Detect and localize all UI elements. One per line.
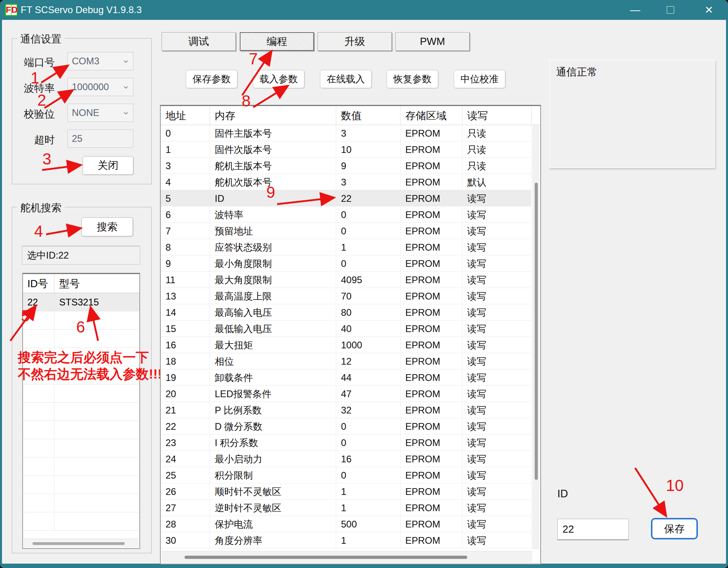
memory-table-header: 地址内存数值存储区域读写 xyxy=(161,106,540,125)
table-row[interactable]: 16最大扭矩1000EPROM读写 xyxy=(161,337,532,353)
servo-list-header-model: 型号 xyxy=(54,274,80,293)
memory-table-vscrollbar[interactable] xyxy=(533,125,539,549)
table-cell: 70 xyxy=(336,288,401,304)
port-label: 端口号 xyxy=(15,56,55,70)
tab-2[interactable]: 编程 xyxy=(240,32,314,51)
table-cell: 读写 xyxy=(462,337,532,353)
param-button-4[interactable]: 恢复参数 xyxy=(387,70,438,88)
table-cell: 1 xyxy=(161,141,210,157)
annotation-number-7: 7 xyxy=(249,50,258,68)
param-button-1[interactable]: 保存参数 xyxy=(186,70,237,88)
scrollbar-thumb[interactable] xyxy=(535,183,538,480)
table-cell: 0 xyxy=(336,223,401,239)
table-cell: 3 xyxy=(336,125,401,141)
table-cell: 47 xyxy=(336,386,401,402)
table-cell: 14 xyxy=(161,304,210,320)
baudrate-select[interactable]: 1000000 ⌄ xyxy=(67,78,133,96)
table-row[interactable]: 18相位12EPROM读写 xyxy=(161,353,532,369)
table-row[interactable]: 8应答状态级别1EPROM读写 xyxy=(161,239,532,255)
table-row[interactable]: 15最低输入电压40EPROM读写 xyxy=(161,321,532,337)
table-cell: 3 xyxy=(161,158,210,174)
table-cell: EPROM xyxy=(401,483,462,499)
minimize-button[interactable]: — xyxy=(622,0,648,20)
table-row[interactable]: 22D 微分系数0EPROM读写 xyxy=(161,418,532,435)
table-row[interactable]: 20LED报警条件47EPROM读写 xyxy=(161,386,532,402)
parity-select[interactable]: NONE ⌄ xyxy=(67,104,133,122)
table-cell: P 比例系数 xyxy=(210,402,336,418)
scrollbar-thumb[interactable] xyxy=(33,542,125,545)
table-cell: EPROM xyxy=(401,239,462,255)
table-row[interactable]: 19卸载条件44EPROM读写 xyxy=(161,369,532,386)
close-port-button[interactable]: 关闭 xyxy=(83,156,133,175)
table-cell: 最高温度上限 xyxy=(210,288,336,304)
minimize-icon: — xyxy=(630,4,640,16)
table-row[interactable]: 11最大角度限制4095EPROM读写 xyxy=(161,272,532,288)
table-cell: 3 xyxy=(336,174,401,190)
table-row[interactable]: 4舵机次版本号3EPROM默认 xyxy=(161,174,532,190)
table-cell: 读写 xyxy=(462,255,532,271)
table-row[interactable]: 6波特率0EPROM读写 xyxy=(161,207,532,223)
table-cell: EPROM xyxy=(401,125,462,141)
servo-list-empty-row xyxy=(23,439,139,458)
close-button[interactable]: ✕ xyxy=(696,0,722,20)
table-cell: 读写 xyxy=(462,402,532,418)
table-cell: 读写 xyxy=(462,483,532,499)
table-row[interactable]: 24最小启动力16EPROM读写 xyxy=(161,451,532,467)
table-row[interactable]: 13最高温度上限70EPROM读写 xyxy=(161,288,532,304)
param-button-5[interactable]: 中位校准 xyxy=(454,70,505,88)
search-button[interactable]: 搜索 xyxy=(81,217,133,236)
table-cell: 0 xyxy=(336,467,401,483)
table-row[interactable]: 7预留地址0EPROM读写 xyxy=(161,223,532,239)
table-cell: 0 xyxy=(336,435,401,450)
port-select[interactable]: COM3 ⌄ xyxy=(67,52,133,70)
table-cell: 10 xyxy=(336,141,401,157)
chevron-down-icon: ⌄ xyxy=(122,80,130,91)
servo-list-row[interactable]: 22 STS3215 xyxy=(23,293,139,311)
app-icon-letter-d: D xyxy=(12,5,17,15)
param-button-2[interactable]: 载入参数 xyxy=(253,70,304,88)
param-button-3[interactable]: 在线载入 xyxy=(320,70,372,88)
table-cell: 固件次版本号 xyxy=(210,141,336,157)
table-row[interactable]: 25积分限制0EPROM读写 xyxy=(161,467,532,483)
table-cell: 角度分辨率 xyxy=(210,532,336,548)
table-row[interactable]: 26顺时针不灵敏区1EPROM读写 xyxy=(161,483,532,500)
table-row[interactable]: 9最小角度限制0EPROM读写 xyxy=(161,255,532,272)
table-row[interactable]: 21P 比例系数32EPROM读写 xyxy=(161,402,532,418)
servo-list-empty-row xyxy=(23,311,139,330)
table-row[interactable]: 23I 积分系数0EPROM读写 xyxy=(161,435,532,451)
scrollbar-thumb[interactable] xyxy=(185,556,467,559)
table-cell: EPROM xyxy=(401,190,462,206)
table-row[interactable]: 3舵机主版本号9EPROM只读 xyxy=(161,158,532,174)
table-cell: 32 xyxy=(336,402,401,418)
servo-list-hscrollbar[interactable] xyxy=(24,539,139,547)
table-cell: 舵机次版本号 xyxy=(210,174,336,190)
table-row[interactable]: 27逆时针不灵敏区1EPROM读写 xyxy=(161,500,532,516)
tab-1[interactable]: 调试 xyxy=(162,32,236,51)
table-cell: 1 xyxy=(336,532,401,548)
table-cell: 读写 xyxy=(462,516,532,532)
table-cell: 6 xyxy=(161,207,210,222)
table-row[interactable]: 14最高输入电压80EPROM读写 xyxy=(161,304,532,321)
table-row[interactable]: 28保护电流500EPROM读写 xyxy=(161,516,532,532)
tab-4[interactable]: PWM xyxy=(395,32,470,51)
table-row[interactable]: 5ID22EPROM读写 xyxy=(161,190,532,207)
table-row[interactable]: 1固件次版本号10EPROM只读 xyxy=(161,141,532,158)
memory-table-header-cell: 读写 xyxy=(462,106,532,125)
table-cell: 读写 xyxy=(462,321,532,336)
memory-table-hscrollbar[interactable] xyxy=(162,551,532,563)
table-cell: 积分限制 xyxy=(210,467,336,483)
table-cell: 读写 xyxy=(462,239,532,255)
timeout-input[interactable]: 25 xyxy=(67,129,133,148)
maximize-button[interactable] xyxy=(658,0,683,20)
table-row[interactable]: 30角度分辨率1EPROM读写 xyxy=(161,532,532,549)
table-cell: 5 xyxy=(161,190,210,206)
save-button[interactable]: 保存 xyxy=(651,518,698,539)
table-cell: 80 xyxy=(336,304,401,320)
table-row[interactable]: 0固件主版本号3EPROM只读 xyxy=(161,125,532,141)
table-cell: 只读 xyxy=(462,158,532,174)
annotation-arrow-10 xyxy=(635,468,665,515)
table-cell: 15 xyxy=(161,321,210,336)
table-cell: 相位 xyxy=(210,353,336,369)
tab-3[interactable]: 升级 xyxy=(318,32,392,51)
id-input[interactable]: 22 xyxy=(557,519,629,540)
